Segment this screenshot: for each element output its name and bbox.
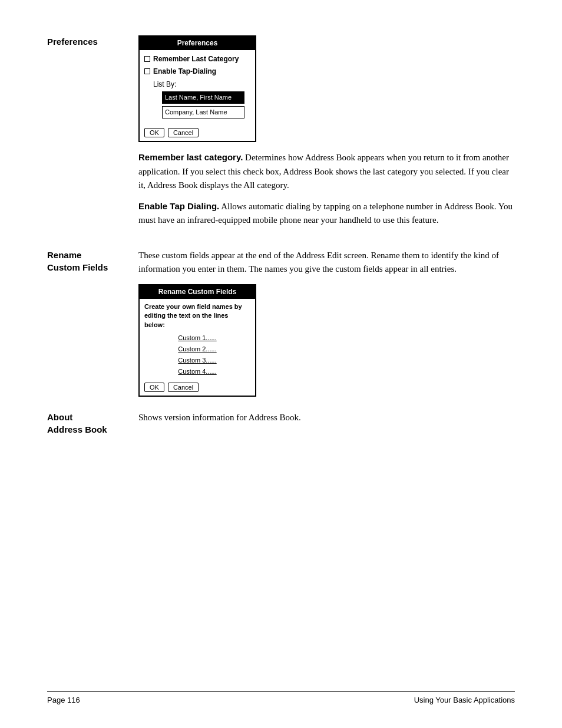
preferences-section: Preferences Preferences Remember Last Ca…: [47, 35, 515, 235]
tap-dialing-term: Enable Tap Dialing.: [138, 201, 219, 211]
checkbox-row-1: Remember Last Category: [144, 54, 250, 65]
list-option-company[interactable]: Company, Last Name: [162, 106, 244, 118]
custom-field-row-2: Custom 2......: [144, 344, 250, 354]
about-section: About Address Book Shows version informa…: [47, 411, 515, 436]
checkbox-remember-last-label: Remember Last Category: [153, 54, 239, 65]
rename-label-line1: Rename: [47, 250, 81, 260]
rename-label-line2: Custom Fields: [47, 262, 108, 272]
preferences-dialog: Preferences Remember Last Category Enabl…: [138, 35, 256, 142]
preferences-cancel-button[interactable]: Cancel: [168, 128, 199, 137]
preferences-content: Preferences Remember Last Category Enabl…: [138, 35, 515, 235]
rename-section: Rename Custom Fields These custom fields…: [47, 249, 515, 397]
chapter-title: Using Your Basic Applications: [414, 696, 515, 704]
rename-ok-button[interactable]: OK: [144, 383, 164, 392]
preferences-dialog-title: Preferences: [140, 37, 255, 50]
custom-fields-area: Custom 1...... Custom 2...... Custom 3..…: [140, 332, 255, 380]
rename-intro: Create your own field names by editing t…: [140, 299, 255, 332]
preferences-desc-2: Enable Tap Dialing. Allows automatic dia…: [138, 199, 515, 228]
preferences-dialog-buttons: OK Cancel: [140, 126, 255, 141]
preferences-dialog-body: Remember Last Category Enable Tap-Dialin…: [140, 50, 255, 126]
list-option-lastname[interactable]: Last Name, First Name: [162, 91, 244, 104]
rename-cancel-button[interactable]: Cancel: [168, 383, 199, 392]
checkbox-tap-dialing[interactable]: [144, 68, 150, 74]
custom-field-4[interactable]: Custom 4......: [178, 367, 216, 377]
custom-field-2[interactable]: Custom 2......: [178, 344, 216, 354]
page-number: Page 116: [47, 696, 80, 704]
checkbox-remember-last[interactable]: [144, 56, 150, 62]
list-by-label: List By:: [153, 79, 250, 90]
content-area: Preferences Preferences Remember Last Ca…: [47, 35, 515, 445]
rename-body-text: These custom fields appear at the end of…: [138, 249, 515, 276]
preferences-ok-button[interactable]: OK: [144, 128, 164, 137]
rename-dialog-buttons: OK Cancel: [140, 380, 255, 396]
footer: Page 116 Using Your Basic Applications: [47, 691, 515, 704]
page: Preferences Preferences Remember Last Ca…: [0, 0, 562, 728]
preferences-label: Preferences: [47, 35, 138, 235]
preferences-label-text: Preferences: [47, 37, 98, 47]
about-label-line1: About: [47, 412, 72, 422]
custom-field-row-4: Custom 4......: [144, 367, 250, 377]
custom-field-1[interactable]: Custom 1......: [178, 333, 216, 343]
about-body-text: Shows version information for Address Bo…: [138, 411, 515, 424]
checkbox-tap-dialing-label: Enable Tap-Dialing: [153, 66, 216, 77]
rename-content: These custom fields appear at the end of…: [138, 249, 515, 397]
custom-field-row-1: Custom 1......: [144, 333, 250, 343]
about-content: Shows version information for Address Bo…: [138, 411, 515, 436]
rename-dialog: Rename Custom Fields Create your own fie…: [138, 284, 256, 397]
about-label-line2: Address Book: [47, 424, 107, 434]
checkbox-row-2: Enable Tap-Dialing: [144, 66, 250, 77]
custom-field-row-3: Custom 3......: [144, 355, 250, 365]
about-label: About Address Book: [47, 411, 138, 436]
rename-label: Rename Custom Fields: [47, 249, 138, 397]
remember-last-term: Remember last category.: [138, 152, 243, 162]
preferences-desc-1: Remember last category. Determines how A…: [138, 150, 515, 192]
rename-dialog-title: Rename Custom Fields: [140, 285, 255, 299]
custom-field-3[interactable]: Custom 3......: [178, 355, 216, 365]
